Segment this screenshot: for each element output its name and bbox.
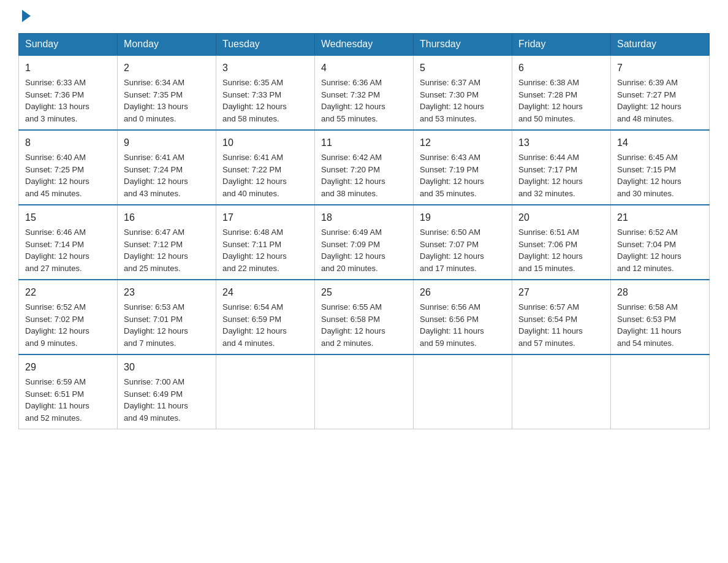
- calendar-week-3: 15Sunrise: 6:46 AMSunset: 7:14 PMDayligh…: [19, 205, 710, 280]
- day-info: Sunrise: 6:41 AMSunset: 7:24 PMDaylight:…: [124, 153, 188, 198]
- day-number: 22: [25, 285, 111, 300]
- day-info: Sunrise: 6:52 AMSunset: 7:04 PMDaylight:…: [617, 228, 681, 273]
- day-info: Sunrise: 6:53 AMSunset: 7:01 PMDaylight:…: [124, 302, 188, 348]
- calendar-cell: 10Sunrise: 6:41 AMSunset: 7:22 PMDayligh…: [216, 130, 315, 205]
- day-number: 21: [617, 210, 703, 225]
- day-info: Sunrise: 6:45 AMSunset: 7:15 PMDaylight:…: [617, 153, 681, 198]
- logo-arrow-icon: [22, 10, 31, 22]
- calendar-table: SundayMondayTuesdayWednesdayThursdayFrid…: [18, 33, 710, 429]
- day-number: 24: [222, 285, 308, 300]
- day-info: Sunrise: 6:50 AMSunset: 7:07 PMDaylight:…: [420, 228, 484, 273]
- day-number: 18: [321, 210, 407, 225]
- day-info: Sunrise: 6:52 AMSunset: 7:02 PMDaylight:…: [25, 302, 89, 348]
- day-info: Sunrise: 7:00 AMSunset: 6:49 PMDaylight:…: [124, 377, 188, 423]
- day-number: 10: [222, 136, 308, 150]
- day-info: Sunrise: 6:56 AMSunset: 6:56 PMDaylight:…: [420, 302, 484, 348]
- day-number: 8: [25, 136, 111, 150]
- calendar-cell: 11Sunrise: 6:42 AMSunset: 7:20 PMDayligh…: [315, 130, 414, 205]
- calendar-cell: 21Sunrise: 6:52 AMSunset: 7:04 PMDayligh…: [611, 205, 710, 280]
- calendar-cell: 23Sunrise: 6:53 AMSunset: 7:01 PMDayligh…: [118, 280, 216, 354]
- calendar-cell: 6Sunrise: 6:38 AMSunset: 7:28 PMDaylight…: [512, 55, 611, 130]
- col-header-wednesday: Wednesday: [315, 34, 414, 56]
- day-info: Sunrise: 6:33 AMSunset: 7:36 PMDaylight:…: [25, 78, 89, 123]
- calendar-cell: 3Sunrise: 6:35 AMSunset: 7:33 PMDaylight…: [216, 55, 315, 130]
- logo: [18, 12, 31, 22]
- calendar-cell: 25Sunrise: 6:55 AMSunset: 6:58 PMDayligh…: [315, 280, 414, 354]
- day-number: 4: [321, 61, 407, 75]
- calendar-cell: [611, 354, 710, 429]
- calendar-cell: 1Sunrise: 6:33 AMSunset: 7:36 PMDaylight…: [19, 55, 118, 130]
- day-info: Sunrise: 6:42 AMSunset: 7:20 PMDaylight:…: [321, 153, 385, 198]
- day-number: 23: [124, 285, 210, 300]
- day-info: Sunrise: 6:57 AMSunset: 6:54 PMDaylight:…: [518, 302, 583, 348]
- day-info: Sunrise: 6:46 AMSunset: 7:14 PMDaylight:…: [25, 228, 89, 273]
- day-number: 29: [25, 360, 111, 375]
- day-number: 6: [518, 61, 604, 75]
- calendar-cell: [414, 354, 512, 429]
- calendar-cell: 13Sunrise: 6:44 AMSunset: 7:17 PMDayligh…: [512, 130, 611, 205]
- day-number: 9: [124, 136, 210, 150]
- day-number: 2: [124, 61, 210, 75]
- calendar-cell: 14Sunrise: 6:45 AMSunset: 7:15 PMDayligh…: [611, 130, 710, 205]
- day-info: Sunrise: 6:35 AMSunset: 7:33 PMDaylight:…: [222, 78, 287, 123]
- calendar-cell: 27Sunrise: 6:57 AMSunset: 6:54 PMDayligh…: [512, 280, 611, 354]
- day-info: Sunrise: 6:34 AMSunset: 7:35 PMDaylight:…: [124, 78, 188, 123]
- day-number: 1: [25, 61, 111, 75]
- calendar-cell: 5Sunrise: 6:37 AMSunset: 7:30 PMDaylight…: [414, 55, 512, 130]
- calendar-cell: 28Sunrise: 6:58 AMSunset: 6:53 PMDayligh…: [611, 280, 710, 354]
- day-info: Sunrise: 6:41 AMSunset: 7:22 PMDaylight:…: [222, 153, 287, 198]
- calendar-cell: 17Sunrise: 6:48 AMSunset: 7:11 PMDayligh…: [216, 205, 315, 280]
- calendar-cell: 24Sunrise: 6:54 AMSunset: 6:59 PMDayligh…: [216, 280, 315, 354]
- calendar-cell: 8Sunrise: 6:40 AMSunset: 7:25 PMDaylight…: [19, 130, 118, 205]
- calendar-cell: 22Sunrise: 6:52 AMSunset: 7:02 PMDayligh…: [19, 280, 118, 354]
- day-number: 19: [420, 210, 506, 225]
- calendar-cell: 29Sunrise: 6:59 AMSunset: 6:51 PMDayligh…: [19, 354, 118, 429]
- calendar-cell: 2Sunrise: 6:34 AMSunset: 7:35 PMDaylight…: [118, 55, 216, 130]
- day-number: 14: [617, 136, 703, 150]
- day-info: Sunrise: 6:47 AMSunset: 7:12 PMDaylight:…: [124, 228, 188, 273]
- day-number: 28: [617, 285, 703, 300]
- day-number: 15: [25, 210, 111, 225]
- day-number: 30: [124, 360, 210, 375]
- day-info: Sunrise: 6:44 AMSunset: 7:17 PMDaylight:…: [518, 153, 583, 198]
- day-info: Sunrise: 6:37 AMSunset: 7:30 PMDaylight:…: [420, 78, 484, 123]
- day-number: 5: [420, 61, 506, 75]
- day-number: 7: [617, 61, 703, 75]
- day-number: 26: [420, 285, 506, 300]
- day-info: Sunrise: 6:54 AMSunset: 6:59 PMDaylight:…: [222, 302, 287, 348]
- day-info: Sunrise: 6:36 AMSunset: 7:32 PMDaylight:…: [321, 78, 385, 123]
- calendar-cell: 15Sunrise: 6:46 AMSunset: 7:14 PMDayligh…: [19, 205, 118, 280]
- day-number: 17: [222, 210, 308, 225]
- calendar-cell: 9Sunrise: 6:41 AMSunset: 7:24 PMDaylight…: [118, 130, 216, 205]
- calendar-cell: 16Sunrise: 6:47 AMSunset: 7:12 PMDayligh…: [118, 205, 216, 280]
- calendar-cell: 12Sunrise: 6:43 AMSunset: 7:19 PMDayligh…: [414, 130, 512, 205]
- calendar-week-5: 29Sunrise: 6:59 AMSunset: 6:51 PMDayligh…: [19, 354, 710, 429]
- day-info: Sunrise: 6:58 AMSunset: 6:53 PMDaylight:…: [617, 302, 681, 348]
- day-info: Sunrise: 6:59 AMSunset: 6:51 PMDaylight:…: [25, 377, 89, 423]
- calendar-cell: 4Sunrise: 6:36 AMSunset: 7:32 PMDaylight…: [315, 55, 414, 130]
- day-info: Sunrise: 6:39 AMSunset: 7:27 PMDaylight:…: [617, 78, 681, 123]
- day-number: 11: [321, 136, 407, 150]
- day-info: Sunrise: 6:43 AMSunset: 7:19 PMDaylight:…: [420, 153, 484, 198]
- col-header-thursday: Thursday: [414, 34, 512, 56]
- calendar-cell: 30Sunrise: 7:00 AMSunset: 6:49 PMDayligh…: [118, 354, 216, 429]
- day-number: 25: [321, 285, 407, 300]
- col-header-monday: Monday: [118, 34, 216, 56]
- day-number: 20: [518, 210, 604, 225]
- day-number: 16: [124, 210, 210, 225]
- calendar-week-4: 22Sunrise: 6:52 AMSunset: 7:02 PMDayligh…: [19, 280, 710, 354]
- calendar-cell: 26Sunrise: 6:56 AMSunset: 6:56 PMDayligh…: [414, 280, 512, 354]
- calendar-week-1: 1Sunrise: 6:33 AMSunset: 7:36 PMDaylight…: [19, 55, 710, 130]
- page-header: [18, 12, 710, 22]
- calendar-cell: [216, 354, 315, 429]
- day-info: Sunrise: 6:40 AMSunset: 7:25 PMDaylight:…: [25, 153, 89, 198]
- day-number: 13: [518, 136, 604, 150]
- day-number: 3: [222, 61, 308, 75]
- day-info: Sunrise: 6:48 AMSunset: 7:11 PMDaylight:…: [222, 228, 287, 273]
- calendar-cell: 18Sunrise: 6:49 AMSunset: 7:09 PMDayligh…: [315, 205, 414, 280]
- day-info: Sunrise: 6:38 AMSunset: 7:28 PMDaylight:…: [518, 78, 583, 123]
- day-info: Sunrise: 6:55 AMSunset: 6:58 PMDaylight:…: [321, 302, 385, 348]
- col-header-saturday: Saturday: [611, 34, 710, 56]
- day-info: Sunrise: 6:51 AMSunset: 7:06 PMDaylight:…: [518, 228, 583, 273]
- calendar-week-2: 8Sunrise: 6:40 AMSunset: 7:25 PMDaylight…: [19, 130, 710, 205]
